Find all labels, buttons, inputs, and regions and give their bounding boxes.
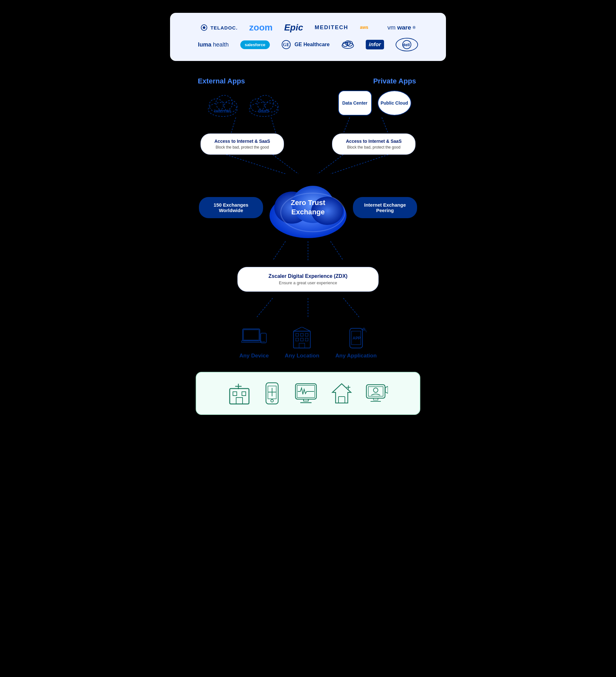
zte-cloud: Zero Trust Exchange [263,174,353,241]
peering-badge: Internet Exchange Peering [353,197,417,218]
partners-row-1: TELADOC. zoom Epic MEDITECH aws vmware® [201,22,415,33]
svg-line-21 [343,118,350,133]
svg-line-26 [331,155,388,174]
device-icons-row: Any Device [239,327,377,359]
telemedicine-icon [365,383,388,404]
svg-rect-57 [233,392,237,396]
svg-rect-48 [301,338,304,341]
main-container: TELADOC. zoom Epic MEDITECH aws vmware® … [164,13,452,415]
any-application-icon: APP [343,327,369,349]
lines-1 [164,118,452,133]
zte-row: 150 Exchanges Worldwide [164,174,452,241]
svg-rect-58 [242,392,246,396]
home-health-icon [331,382,353,405]
external-clouds: Internet SaaS [205,89,281,118]
any-device-icon [241,327,267,349]
access-box-right: Access to Internet & SaaS Block the bad,… [332,133,415,155]
saas-label: SaaS [258,108,269,114]
svg-rect-70 [304,399,308,401]
ge-logo: GE GE Healthcare [281,40,329,49]
healthcare-icons-box [196,372,420,415]
svg-rect-39 [244,330,259,340]
svg-rect-45 [301,333,304,336]
lines-4 [164,298,452,317]
zoom-logo: zoom [249,22,273,33]
svg-line-37 [343,298,359,317]
any-application-item: APP Any Application [335,327,377,359]
any-location-icon [289,327,315,349]
svg-rect-73 [339,397,345,403]
external-apps-label: External Apps [197,77,245,85]
svg-line-25 [318,155,343,174]
health-monitor-icon [294,382,318,405]
public-cloud-box: Public Cloud [378,90,411,116]
infor-logo: infor [366,40,384,49]
internet-cloud: Internet [205,89,240,118]
exchanges-badge: 150 Exchanges Worldwide [199,197,263,218]
svg-rect-50 [299,343,305,348]
svg-rect-47 [296,338,299,341]
svg-line-35 [257,298,273,317]
cloud-shapes-row: Internet SaaS [164,89,452,118]
svg-rect-49 [305,338,308,341]
meditech-logo: MEDITECH [315,25,348,31]
aws-logo: aws [360,23,376,33]
saas-cloud: SaaS [246,89,281,118]
partners-row-2: lumahealth salesforce GE GE Healthcare i… [198,38,419,51]
hospital-icon [228,382,251,405]
lumahealth-logo: lumahealth [198,41,229,48]
svg-line-20 [271,118,276,133]
svg-line-34 [331,241,343,261]
svg-point-67 [271,400,273,402]
teladoc-logo: TELADOC. [201,24,238,31]
svg-marker-51 [294,327,311,331]
svg-point-78 [373,388,378,393]
svg-rect-62 [230,389,249,404]
cloud-logo-icon [341,39,354,51]
private-apps-label: Private Apps [373,77,416,85]
svg-text:GE: GE [283,42,290,47]
svg-rect-56 [230,389,249,404]
any-location-item: Any Location [285,327,319,359]
salesforce-logo: salesforce [240,40,270,49]
diagram: External Apps Private Apps [164,77,452,415]
svg-rect-40 [241,341,261,342]
svg-rect-59 [236,398,243,404]
svg-line-23 [226,155,285,174]
svg-rect-44 [296,333,299,336]
access-boxes-row: Access to Internet & SaaS Block the bad,… [164,133,452,155]
vmware-logo: vmware® [388,24,415,31]
epic-logo: Epic [284,22,303,33]
svg-text:aws: aws [360,25,368,30]
svg-line-22 [382,118,388,133]
zdx-row: Zscaler Digital Experience (ZDX) Ensure … [164,261,452,298]
internet-label: Internet [214,108,231,114]
section-labels-row: External Apps Private Apps [164,77,452,85]
svg-rect-43 [294,331,311,348]
svg-line-32 [273,241,285,261]
svg-rect-38 [243,329,260,341]
mobile-health-icon [263,382,281,405]
access-box-left: Access to Internet & SaaS Block the bad,… [201,133,284,155]
lines-3 [164,241,452,261]
svg-text:dell: dell [403,42,410,47]
svg-marker-81 [385,386,388,393]
dell-logo: dell [396,38,418,51]
svg-point-1 [203,26,205,29]
svg-rect-46 [305,333,308,336]
private-clouds: Data Center Public Cloud [338,90,411,116]
any-device-item: Any Device [239,327,269,359]
zdx-box: Zscaler Digital Experience (ZDX) Ensure … [237,267,379,292]
lines-2 [164,155,452,174]
svg-text:APP: APP [353,336,361,341]
svg-rect-41 [261,333,266,343]
data-center-box: Data Center [338,90,372,116]
svg-line-19 [231,118,236,133]
partners-box: TELADOC. zoom Epic MEDITECH aws vmware® … [170,13,446,61]
